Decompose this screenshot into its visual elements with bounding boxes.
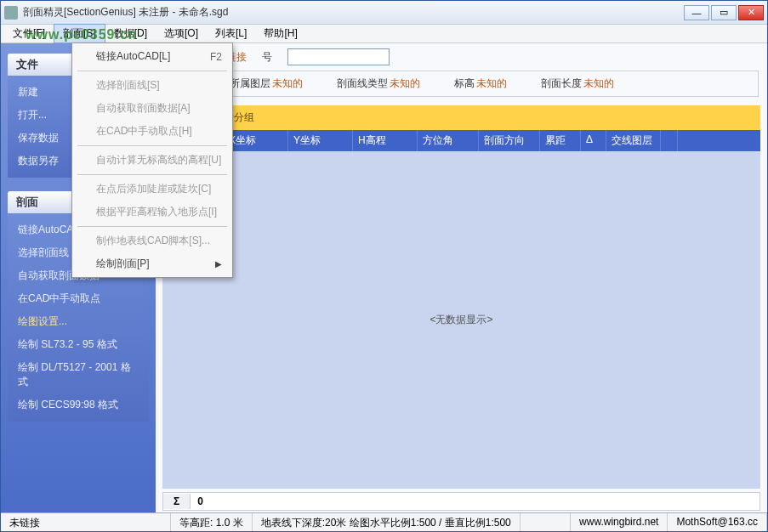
grid-column-header[interactable] xyxy=(661,130,678,151)
status-cell: 未链接 xyxy=(1,513,171,531)
grid-body[interactable]: <无数据显示> xyxy=(162,151,760,489)
menu-item[interactable]: 剖面[S] xyxy=(54,24,105,43)
menu-separator xyxy=(77,174,227,175)
info-pair: 所属图层未知的 xyxy=(230,76,303,91)
sidebar-item[interactable]: 绘制 DL/T5127 - 2001 格式 xyxy=(9,356,147,393)
sidebar-item[interactable]: 绘图设置... xyxy=(9,310,147,333)
status-cell: MothSoft@163.cc xyxy=(668,513,767,531)
dropdown-item[interactable]: 绘制剖面[P]▶ xyxy=(74,252,230,275)
num-label: 号 xyxy=(262,50,272,65)
info-pair-label: 剖面长度 xyxy=(541,77,582,89)
dropdown-item-label: 在CAD中手动取点[H] xyxy=(96,124,192,139)
menu-item[interactable]: 选项[O] xyxy=(156,25,207,42)
dropdown-menu: 链接AutoCAD[L]F2选择剖面线[S]自动获取剖面数据[A]在CAD中手动… xyxy=(71,42,233,278)
sidebar-item[interactable]: 绘制 SL73.2 - 95 格式 xyxy=(9,333,147,356)
dropdown-item: 选择剖面线[S] xyxy=(74,74,230,97)
grid-column-header[interactable]: 交线图层 xyxy=(606,130,661,151)
shortcut-label: F2 xyxy=(210,51,222,63)
group-bar[interactable]: 题到此处进行分组 xyxy=(162,105,760,130)
sidebar-item[interactable]: 绘制 CECS99:98 格式 xyxy=(9,393,147,416)
dropdown-item-label: 在点后添加陡崖或陡坎[C] xyxy=(96,182,211,196)
info-pair-label: 标高 xyxy=(454,77,475,89)
dropdown-item: 根据平距高程输入地形点[I] xyxy=(74,201,230,224)
dropdown-item-label: 链接AutoCAD[L] xyxy=(96,49,170,64)
maximize-button[interactable]: ▭ xyxy=(711,5,737,20)
info-pair-value: 未知的 xyxy=(476,77,507,89)
info-pair: 剖面线类型未知的 xyxy=(337,76,420,91)
minimize-button[interactable]: — xyxy=(684,5,709,20)
main-pane: 形文件: 未链接 号 知的所属图层未知的剖面线类型未知的标高未知的剖面长度未知的… xyxy=(156,43,767,512)
status-cell: 等高距: 1.0 米 xyxy=(171,513,253,531)
sidebar-item[interactable]: 在CAD中手动取点 xyxy=(9,287,147,310)
dropdown-item-label: 选择剖面线[S] xyxy=(96,78,160,93)
dropdown-item-label: 根据平距高程输入地形点[I] xyxy=(96,205,217,219)
menu-separator xyxy=(77,145,227,146)
dropdown-item: 在CAD中手动取点[H] xyxy=(74,120,230,143)
menu-item[interactable]: 数据[D] xyxy=(105,25,156,42)
info-pair: 标高未知的 xyxy=(454,76,507,91)
info-pair-value: 未知的 xyxy=(583,77,614,89)
status-bar: 未链接等高距: 1.0 米地表线下深度:20米 绘图水平比例1:500 / 垂直… xyxy=(1,512,767,531)
info-box: 知的所属图层未知的剖面线类型未知的标高未知的剖面长度未知的 xyxy=(164,71,759,97)
sigma-label: Σ xyxy=(163,494,191,509)
grid-column-header[interactable]: 方位角 xyxy=(418,130,479,151)
summary-bar: Σ 0 xyxy=(162,492,760,511)
dropdown-item[interactable]: 链接AutoCAD[L]F2 xyxy=(74,45,230,68)
grid-column-header[interactable]: Y坐标 xyxy=(288,130,353,151)
grid-column-header[interactable]: Δ xyxy=(581,130,606,151)
titlebar: 剖面精灵[SectionGenius] 未注册 - 未命名.sgd — ▭ ✕ xyxy=(1,1,767,25)
menu-item[interactable]: 文件[F] xyxy=(4,25,54,42)
grid-header: 点类型X坐标Y坐标H高程方位角剖面方向累距Δ交线图层 xyxy=(162,130,760,151)
menubar: 文件[F]剖面[S]数据[D]选项[O]列表[L]帮助[H] xyxy=(1,25,767,43)
grid-column-header[interactable]: 剖面方向 xyxy=(479,130,540,151)
info-pair-value: 未知的 xyxy=(390,77,420,89)
menu-separator xyxy=(77,226,227,227)
info-pair-label: 所属图层 xyxy=(230,77,270,89)
dropdown-item-label: 制作地表线CAD脚本[S]... xyxy=(96,234,210,248)
grid-empty-text: <无数据显示> xyxy=(430,313,492,327)
info-pair: 剖面长度未知的 xyxy=(541,76,614,91)
app-icon xyxy=(4,6,18,20)
menu-item[interactable]: 列表[L] xyxy=(207,25,255,42)
menu-item[interactable]: 帮助[H] xyxy=(255,25,305,42)
dropdown-item: 制作地表线CAD脚本[S]... xyxy=(74,229,230,252)
dropdown-item: 自动计算无标高线的高程[U] xyxy=(74,149,230,172)
dropdown-item: 自动获取剖面数据[A] xyxy=(74,97,230,120)
window-buttons: — ▭ ✕ xyxy=(684,5,764,20)
close-button[interactable]: ✕ xyxy=(738,5,764,20)
dropdown-item: 在点后添加陡崖或陡坎[C] xyxy=(74,178,230,201)
dropdown-item-label: 自动计算无标高线的高程[U] xyxy=(96,153,221,167)
dropdown-item-label: 自动获取剖面数据[A] xyxy=(96,101,191,116)
info-pair-value: 未知的 xyxy=(272,77,303,89)
grid-column-header[interactable]: X坐标 xyxy=(224,130,288,151)
grid-column-header[interactable]: 累距 xyxy=(540,130,581,151)
sigma-value: 0 xyxy=(191,495,210,507)
dropdown-item-label: 绘制剖面[P] xyxy=(96,257,150,271)
status-cell: www.wingbird.net xyxy=(571,513,668,531)
window-title: 剖面精灵[SectionGenius] 未注册 - 未命名.sgd xyxy=(23,5,684,20)
status-cell: 地表线下深度:20米 绘图水平比例1:500 / 垂直比例1:500 xyxy=(253,513,521,531)
menu-separator xyxy=(77,71,227,71)
submenu-arrow-icon: ▶ xyxy=(215,259,222,269)
info-pair-label: 剖面线类型 xyxy=(337,77,388,89)
grid-column-header[interactable]: H高程 xyxy=(353,130,418,151)
info-bar: 形文件: 未链接 号 xyxy=(156,43,767,71)
num-input[interactable] xyxy=(287,48,390,65)
